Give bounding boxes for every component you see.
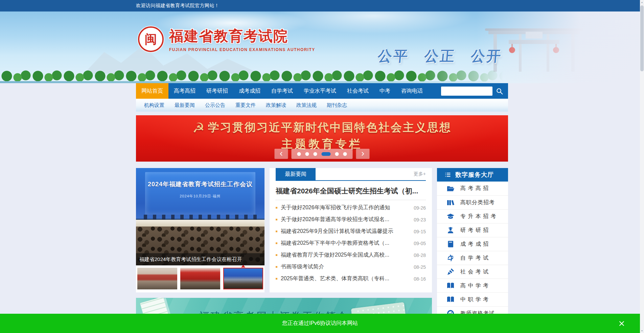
bullet-icon <box>276 254 277 256</box>
carousel-next-button[interactable] <box>356 149 370 159</box>
nav-item[interactable]: 网站首页 <box>136 83 168 99</box>
digital-services-title: 数字服务大厅 <box>455 171 494 179</box>
carousel-dot[interactable] <box>297 152 301 156</box>
slide-title: 2024年福建省教育考试招生工作会议 <box>136 168 264 188</box>
nav-search <box>441 84 508 98</box>
bullet-icon <box>276 266 277 268</box>
brush-icon <box>446 254 455 262</box>
news-item-title: 福建省2025年9月全国计算机等级考试温馨提示 <box>281 228 410 235</box>
news-header: 最新要闻 更多+ <box>276 168 426 181</box>
carousel-thumbnail-3-active[interactable] <box>223 268 263 289</box>
news-list-item[interactable]: 福建省2025年9月全国计算机等级考试温馨提示 09-15 <box>276 225 426 237</box>
carousel-dots <box>292 149 353 159</box>
conference-screen: 2024年福建省教育考试招生工作会议 2024年10月29日·福州 <box>136 168 264 219</box>
more-link[interactable]: 更多+ <box>414 171 426 180</box>
binders-icon <box>446 198 455 207</box>
hero-title-line1: 学习贯彻习近平新时代中国特色社会主义思想 <box>208 120 452 135</box>
carousel-thumbnail-2[interactable] <box>180 268 220 289</box>
service-item[interactable]: 自 学 考 试 <box>437 251 508 265</box>
nav-item[interactable]: 研考研招 <box>201 83 233 99</box>
news-item-date: 08-16 <box>414 276 426 282</box>
news-item-title: 书画等级考试简介 <box>281 263 410 270</box>
service-item[interactable]: 专 升 本 招 考 <box>437 209 508 223</box>
carousel-thumbnail-1[interactable] <box>137 268 177 289</box>
service-label: 自 学 考 试 <box>460 255 489 262</box>
scroll-down-arrow[interactable]: ▼ <box>640 330 644 332</box>
dotted-divider <box>276 200 426 200</box>
news-item-title: 关于做好2026年普通高等学校招生考试报名... <box>281 216 410 223</box>
nav-item[interactable]: 中考 <box>374 83 396 99</box>
nav-item[interactable]: 学业水平考试 <box>298 83 342 99</box>
table-decoration <box>136 220 264 227</box>
pen-icon <box>446 268 455 276</box>
tab-latest-news[interactable]: 最新要闻 <box>276 168 316 180</box>
news-item-date: 08-28 <box>414 253 426 258</box>
bullet-icon <box>276 242 277 244</box>
service-item[interactable]: 研 考 研 招 <box>437 223 508 237</box>
slide-subtitle: 2024年10月29日·福州 <box>136 194 264 199</box>
bullet-icon <box>276 231 277 232</box>
site-logo[interactable]: 闽 福建省教育考试院 FUJIAN PROVINCIAL EDUCATION E… <box>138 26 315 52</box>
carousel-dot[interactable] <box>314 152 317 156</box>
service-item[interactable]: 高 考 高 招 <box>437 182 508 195</box>
nav-item[interactable]: 咨询电话 <box>396 83 428 99</box>
scrollbar-thumb[interactable] <box>640 5 644 71</box>
service-item[interactable]: 社 会 考 试 <box>437 265 508 279</box>
subnav-item[interactable]: 公示公告 <box>205 102 225 109</box>
close-icon[interactable] <box>617 319 626 328</box>
nav-item[interactable]: 成考成招 <box>233 83 266 99</box>
subnav-item[interactable]: 期刊杂志 <box>327 102 347 109</box>
folder-icon <box>446 185 455 193</box>
openbook-icon <box>446 282 455 290</box>
service-item[interactable]: 高 中 学 考 <box>437 279 508 292</box>
carousel-dot-active[interactable] <box>322 152 331 156</box>
service-label: 高职分类招考 <box>460 199 495 206</box>
news-list-item[interactable]: 关于做好2026年海军招收飞行学员工作的通知 09-26 <box>276 202 426 214</box>
news-headline[interactable]: 福建省2026年全国硕士研究生招生考试（初... <box>276 186 426 196</box>
search-icon[interactable] <box>492 84 506 98</box>
subnav-item[interactable]: 重要文件 <box>235 102 256 109</box>
service-item[interactable]: 中 职 学 考 <box>437 292 508 306</box>
subnav-item[interactable]: 机构设置 <box>144 102 164 109</box>
news-list-item[interactable]: 福建省教育厅关于做好2025年全国成人高校... 08-28 <box>276 249 426 261</box>
carousel-dot[interactable] <box>305 152 309 156</box>
scrollbar[interactable]: ▲ ▼ <box>640 0 644 333</box>
news-item-date: 08-25 <box>414 264 426 270</box>
news-list-item[interactable]: 福建省2025年下半年中小学教师资格考试（... 09-05 <box>276 237 426 249</box>
nav-item[interactable]: 高考高招 <box>168 83 201 99</box>
gradcap-icon <box>446 212 455 220</box>
news-list-item[interactable]: 2025年普通类、艺术类、体育类高职（专科... 08-16 <box>276 273 426 285</box>
top-welcome-bar: 欢迎访问福建省教育考试院官方网站！ <box>0 0 644 11</box>
scroll-up-arrow[interactable]: ▲ <box>640 1 644 3</box>
slogan-text: 公平 公正 公开 <box>377 47 503 66</box>
carousel-dot[interactable] <box>335 152 339 156</box>
service-label: 成 考 成 招 <box>460 241 489 248</box>
news-list-item[interactable]: 关于做好2026年普通高等学校招生考试报名... 09-23 <box>276 214 426 225</box>
service-item[interactable]: 高职分类招考 <box>437 195 508 209</box>
photo-caption: 福建省2024年教育考试招生工作会议在榕召开 <box>136 253 264 265</box>
digital-services-header: 数字服务大厅 <box>437 168 508 182</box>
news-item-title: 福建省2025年下半年中小学教师资格考试（... <box>281 240 410 247</box>
bullet-icon <box>276 278 277 280</box>
subnav-item[interactable]: 最新要闻 <box>175 102 195 109</box>
carousel-dot[interactable] <box>343 152 347 156</box>
news-item-date: 09-23 <box>414 217 426 222</box>
news-item-title: 关于做好2026年海军招收飞行学员工作的通知 <box>281 204 410 211</box>
news-list-item[interactable]: 书画等级考试简介 08-25 <box>276 261 426 273</box>
search-input[interactable] <box>441 87 492 96</box>
news-item-date: 09-15 <box>414 229 426 234</box>
carousel-prev-button[interactable] <box>275 149 288 159</box>
carousel-thumbnails <box>136 265 264 292</box>
nav-item[interactable]: 自学考试 <box>266 83 298 99</box>
subnav-item[interactable]: 政策法规 <box>296 102 317 109</box>
service-item[interactable]: 成 考 成 招 <box>437 237 508 251</box>
ipv6-notice-bar: 您正在通过IPv6协议访问本网站 <box>0 314 640 333</box>
welcome-text: 欢迎访问福建省教育考试院官方网站！ <box>136 3 220 9</box>
news-item-date: 09-05 <box>414 241 426 246</box>
student-icon <box>446 226 455 234</box>
photo-carousel-main-image[interactable]: 2024年福建省教育考试招生工作会议 2024年10月29日·福州 福建省202… <box>136 168 264 265</box>
seal-glyph: 闽 <box>145 31 157 48</box>
hero-banner[interactable]: ☭ 学习贯彻习近平新时代中国特色社会主义思想 主题教育专栏 <box>136 115 508 162</box>
nav-item[interactable]: 社会考试 <box>342 83 374 99</box>
subnav-item[interactable]: 政策解读 <box>266 102 286 109</box>
